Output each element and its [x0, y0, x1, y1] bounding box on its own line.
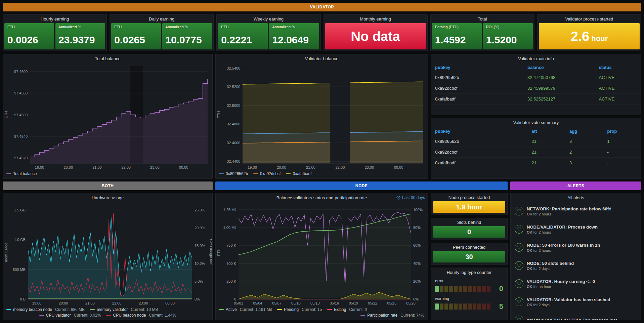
alert-item[interactable]: ♡VALIDATOR: Validator has been slashedOK… [515, 293, 637, 311]
panel-title-node-process-started[interactable]: Node process started [431, 193, 507, 201]
svg-text:100%: 100% [413, 208, 423, 212]
panel-title-total[interactable]: Total [431, 14, 534, 23]
alert-item[interactable]: ♡NETWORK: Participation rate below 66%OK… [515, 202, 637, 220]
svg-text:97.4520: 97.4520 [14, 156, 28, 160]
legend-item-0xafafbadf[interactable]: 0xafafbadf [286, 171, 311, 176]
stat-panel-hourly-earning: Hourly earningETH0.0026Annualized %23.93… [3, 14, 107, 51]
svg-text:10.0%: 10.0% [195, 261, 205, 266]
column-header-pubkey[interactable]: pubkey [431, 127, 528, 136]
row-header-validator[interactable]: VALIDATOR [3, 3, 641, 11]
panel-title-monthly-earning[interactable]: Monthly earning [324, 14, 427, 23]
legend-item-total-balance[interactable]: Total balance [6, 171, 37, 176]
legend-item-memory-beacon-node[interactable]: memory beacon nodeCurrent: 686 MB [6, 307, 85, 312]
panel-slots-behind: Slots behind 0 [431, 218, 508, 240]
alert-item[interactable]: ♡NODE: 50 slots behindOK for 2 days [515, 256, 637, 275]
stat-value: 1.4592 [435, 35, 479, 45]
table-row: 0xa92dcbcf32.459899579ACTIVE [431, 83, 641, 94]
table-cell: 3 [565, 136, 603, 147]
alert-name: NODE: 50 errors or 100 warns in 1h [527, 243, 600, 248]
stat-cell: No data [325, 23, 426, 49]
gauge-cell [473, 304, 476, 310]
svg-text:ETH: ETH [4, 111, 8, 118]
stat-suffix: hour [589, 34, 608, 43]
validator-balance-legend: 0x8926562b0xa92dcbcf0xafafbadf [216, 171, 428, 178]
panel-title-hourly-earning[interactable]: Hourly earning [3, 14, 106, 23]
table-row: 0xafafbadf32.525252127ACTIVE [431, 94, 641, 105]
stat-label: Earning (ETH) [435, 25, 479, 29]
balance-participation-title[interactable]: Balance validators status and participat… [276, 195, 367, 200]
legend-row: ActiveCurrent: 1.191 MilPendingCurrent: … [219, 307, 424, 312]
legend-item-participation-rate[interactable]: Participation rateCurrent: 74% [360, 313, 424, 318]
total-balance-chart[interactable]: 97.452097.454097.456097.458097.460019:00… [3, 63, 212, 171]
panel-title-validator-main-info[interactable]: Validator main info [431, 54, 641, 63]
panel-title-hardware-usage[interactable]: Hardware usage [3, 193, 212, 202]
table-header-row: pubkeybalancestatus [431, 63, 641, 72]
legend-item-cpu-beacon-node[interactable]: CPU beacon nodeCurrent: 1.44% [106, 313, 176, 318]
tables-column: Validator main info pubkeybalancestatus0… [431, 54, 641, 179]
hardware-usage-chart[interactable]: 0 B500 MB1.0 GB1.5 GB0%5.0%10.0%15.0%20.… [3, 202, 212, 307]
heart-icon: ♡ [515, 243, 523, 252]
table-cell: - [603, 158, 641, 168]
series-color-dash [253, 173, 258, 174]
column-header-prop[interactable]: prop [603, 127, 641, 136]
svg-text:5.0%: 5.0% [195, 279, 203, 283]
legend-item-0xa92dcbcf[interactable]: 0xa92dcbcf [253, 171, 281, 176]
panel-title-validator-balance[interactable]: Validator balance [216, 54, 428, 63]
alert-item[interactable]: ♡NODE: 50 errors or 100 warns in 1hOK fo… [515, 238, 637, 256]
section-header-alerts[interactable]: ALERTS [510, 181, 641, 190]
alert-state: OK for 2 days [527, 267, 574, 271]
panel-title-slots-behind[interactable]: Slots behind [431, 218, 507, 226]
panel-title-daily-earning[interactable]: Daily earning [110, 14, 213, 23]
svg-text:0 B: 0 B [20, 297, 26, 301]
gauge-cell [444, 286, 448, 292]
legend-value: Current: 686 MB [55, 307, 85, 312]
legend-item-active[interactable]: ActiveCurrent: 1.191 Mil [219, 307, 272, 312]
column-header-status[interactable]: status [595, 63, 641, 72]
panel-title-validator-vote-summary[interactable]: Validator vote summary [431, 118, 641, 127]
panel-title-total-balance[interactable]: Total balance [3, 54, 212, 63]
panel-title-peers-connected[interactable]: Peers connected [431, 243, 507, 251]
gauge-cell [435, 304, 439, 310]
series-color-dash [6, 309, 11, 310]
section-header-node[interactable]: NODE [215, 181, 508, 190]
legend-item-memory-validator[interactable]: memory validatorCurrent: 10 MB [90, 307, 158, 312]
legend-name: 0xa92dcbcf [260, 171, 281, 176]
balance-participation-chart[interactable]: 0250 K500 K750 K1.00 Mil1.25 Mil0%20%40%… [216, 202, 428, 307]
table-cell: 2 [565, 147, 603, 158]
time-range-override-link[interactable]: Last 30 days [396, 193, 425, 202]
gauge-value-error: 0 [498, 284, 503, 293]
gauge-cell [454, 286, 458, 292]
legend-item-cpu-validator[interactable]: CPU validatorCurrent: 0.02% [39, 313, 101, 318]
legend-item-pending[interactable]: PendingCurrent: 15 [277, 307, 322, 312]
alert-item[interactable]: ♡WARN NODE/VALIDATOR: The process just [515, 311, 637, 320]
panel-hardware-usage: Hardware usage 0 B500 MB1.0 GB1.5 GB0%5.… [3, 193, 213, 320]
column-header-balance[interactable]: balance [523, 63, 595, 72]
panel-title-weekly-earning[interactable]: Weekly earning [217, 14, 320, 23]
svg-text:97.4540: 97.4540 [14, 134, 28, 138]
validator-balance-chart[interactable]: 32.440032.460032.480032.500032.520032.54… [216, 63, 428, 171]
legend-item-exiting[interactable]: ExitingCurrent: 0 [327, 307, 367, 312]
section-header-both[interactable]: BOTH [3, 181, 213, 190]
gauge-cell [482, 304, 486, 310]
panel-title-hourly-log-type-counter[interactable]: Hourly log type counter [431, 268, 507, 277]
panel-title-all-alerts[interactable]: All alerts [511, 193, 641, 202]
stat-body: No data [324, 23, 427, 51]
alert-item[interactable]: ♡VALIDATOR: Hourly earning <= 0OK for an… [515, 275, 637, 293]
alert-text: NODE: 50 errors or 100 warns in 1hOK for… [527, 243, 600, 252]
node-stats-column: Node process started 1.9 hour Slots behi… [431, 193, 508, 320]
clock-icon [396, 196, 400, 200]
column-header-agg[interactable]: agg [565, 127, 603, 136]
gauge-cell [477, 304, 481, 310]
column-header-pubkey[interactable]: pubkey [431, 63, 523, 72]
column-header-att[interactable]: att [528, 127, 566, 136]
svg-text:21:00: 21:00 [306, 165, 315, 169]
panel-title-validator-process-started[interactable]: Validator process started [538, 14, 641, 23]
heart-icon: ♡ [515, 225, 523, 234]
legend-item-0x8926562b[interactable]: 0x8926562b [219, 171, 248, 176]
alert-item[interactable]: ♡NODE/VALIDATOR: Process downOK for 2 ho… [515, 220, 637, 238]
gauge-cells [435, 304, 495, 310]
svg-text:ETH: ETH [217, 111, 221, 118]
table-cell: 21 [528, 136, 566, 147]
table-cell: 0xafafbadf [431, 94, 523, 105]
stat-value: 1.5200 [486, 35, 530, 45]
